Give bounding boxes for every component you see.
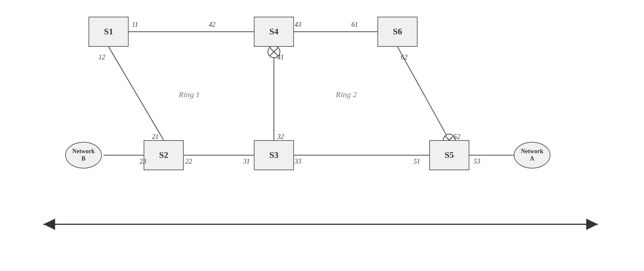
port-label-62: 62	[401, 53, 408, 61]
switch-s5: S5	[429, 140, 469, 170]
network-a: NetworkA	[514, 142, 550, 169]
port-label-51: 51	[414, 158, 420, 165]
switch-s6-label: S6	[393, 27, 402, 37]
switch-s2-label: S2	[159, 150, 168, 160]
switch-s6: S6	[377, 17, 418, 47]
port-label-22: 22	[185, 158, 192, 165]
port-label-21: 21	[152, 133, 159, 141]
switch-s3: S3	[254, 140, 294, 170]
network-a-label: NetworkA	[521, 148, 543, 162]
svg-marker-17	[586, 219, 598, 230]
port-label-23: 23	[140, 158, 146, 165]
port-label-53: 53	[474, 158, 480, 165]
port-label-41: 41	[277, 53, 284, 61]
network-b-label: NetworkB	[72, 148, 95, 162]
switch-s4: S4	[254, 17, 294, 47]
svg-marker-16	[43, 219, 55, 230]
network-b: NetworkB	[65, 142, 102, 169]
port-label-61: 61	[351, 21, 358, 28]
svg-line-2	[109, 47, 164, 140]
port-label-33: 33	[295, 158, 301, 165]
port-label-32: 32	[277, 133, 284, 141]
port-label-52: 52	[454, 133, 460, 141]
ring1-label: Ring 1	[179, 90, 200, 99]
switch-s3-label: S3	[269, 150, 278, 160]
switch-s4-label: S4	[269, 27, 278, 37]
switch-s5-label: S5	[445, 150, 454, 160]
port-label-31: 31	[243, 158, 250, 165]
switch-s1: S1	[89, 17, 129, 47]
port-label-12: 12	[99, 53, 105, 61]
ring2-label: Ring 2	[336, 90, 357, 99]
port-label-11: 11	[132, 21, 138, 28]
switch-s1-label: S1	[104, 27, 113, 37]
port-label-43: 43	[295, 21, 301, 28]
switch-s2: S2	[144, 140, 184, 170]
port-label-42: 42	[209, 21, 215, 28]
